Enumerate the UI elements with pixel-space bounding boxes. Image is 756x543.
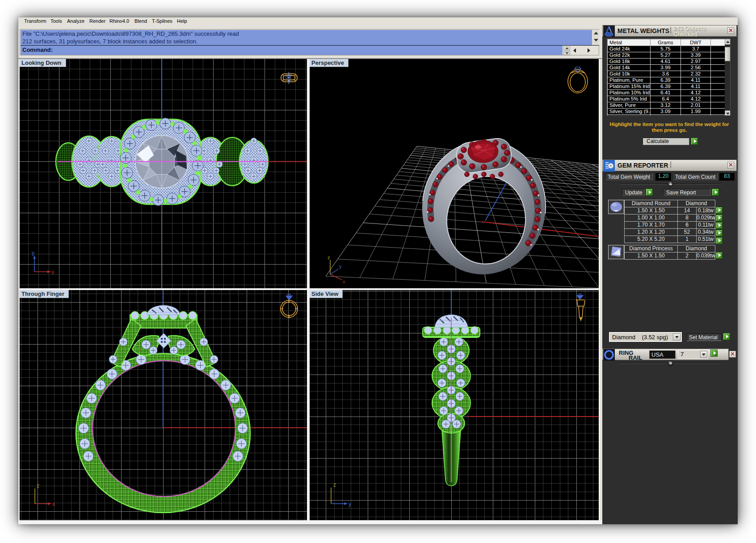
svg-text:z: z (37, 483, 39, 489)
svg-text:y: y (32, 250, 34, 256)
svg-text:x: x (52, 501, 55, 507)
svg-text:z: z (333, 482, 336, 488)
svg-text:x: x (343, 279, 345, 284)
svg-text:y: y (339, 264, 342, 269)
svg-text:x: x (51, 269, 54, 275)
svg-text:y: y (349, 501, 351, 507)
svg-text:z: z (328, 255, 330, 260)
